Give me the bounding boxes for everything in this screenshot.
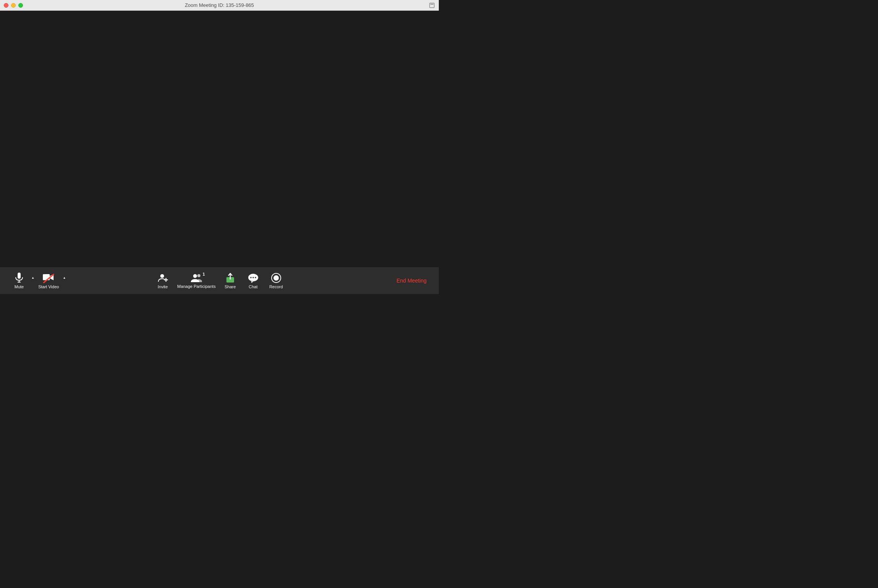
participants-icon-wrapper: 1 <box>191 273 203 283</box>
share-button[interactable]: Share <box>219 271 242 291</box>
invite-button[interactable]: Invite <box>151 271 174 291</box>
svg-rect-2 <box>18 273 21 279</box>
invite-label: Invite <box>158 284 168 289</box>
invite-icon <box>157 273 168 283</box>
chat-icon <box>248 273 259 283</box>
mute-label: Mute <box>15 284 24 289</box>
participant-count-badge: 1 <box>202 272 205 276</box>
minimize-button[interactable] <box>11 3 16 8</box>
video-arrow-button[interactable]: ▲ <box>62 275 67 281</box>
mute-arrow-button[interactable]: ▲ <box>31 275 35 281</box>
toolbar-right: End Meeting <box>392 275 431 287</box>
svg-point-15 <box>252 277 254 278</box>
toolbar: Mute ▲ Start Video <box>0 267 439 294</box>
svg-point-16 <box>255 277 256 278</box>
start-video-button[interactable]: Start Video <box>35 271 62 291</box>
svg-rect-1 <box>430 4 433 5</box>
close-button[interactable] <box>4 3 8 8</box>
record-icon <box>271 273 282 283</box>
fullscreen-button[interactable] <box>429 2 435 8</box>
video-area <box>0 11 439 267</box>
start-video-group: Start Video ▲ <box>35 271 67 291</box>
video-chevron-icon: ▲ <box>63 276 66 279</box>
toolbar-left: Mute ▲ Start Video <box>8 271 67 291</box>
svg-point-19 <box>274 275 279 281</box>
mute-chevron-icon: ▲ <box>31 276 34 279</box>
svg-marker-17 <box>251 281 253 283</box>
manage-participants-button[interactable]: 1 Manage Participants <box>174 271 218 291</box>
start-video-label: Start Video <box>38 284 59 289</box>
record-label: Record <box>269 284 283 289</box>
chat-label: Chat <box>249 284 257 289</box>
svg-rect-0 <box>430 3 434 8</box>
traffic-lights <box>4 3 23 8</box>
fullscreen-icon <box>429 3 435 8</box>
maximize-button[interactable] <box>18 3 23 8</box>
share-icon <box>225 273 236 283</box>
video-icon <box>43 273 54 283</box>
share-label: Share <box>225 284 236 289</box>
title-bar: Zoom Meeting ID: 135-159-865 <box>0 0 439 11</box>
window-title: Zoom Meeting ID: 135-159-865 <box>185 2 254 8</box>
svg-point-14 <box>250 277 252 278</box>
svg-point-6 <box>160 274 164 278</box>
end-meeting-button[interactable]: End Meeting <box>392 275 431 287</box>
manage-participants-label: Manage Participants <box>177 284 215 289</box>
svg-point-9 <box>193 274 197 278</box>
svg-point-10 <box>197 274 200 277</box>
toolbar-center: Invite 1 Manage Participants <box>151 271 287 291</box>
chat-button[interactable]: Chat <box>242 271 265 291</box>
mute-group: Mute ▲ <box>8 271 35 291</box>
microphone-icon <box>14 273 24 283</box>
record-button[interactable]: Record <box>265 271 288 291</box>
mute-button[interactable]: Mute <box>8 271 31 291</box>
